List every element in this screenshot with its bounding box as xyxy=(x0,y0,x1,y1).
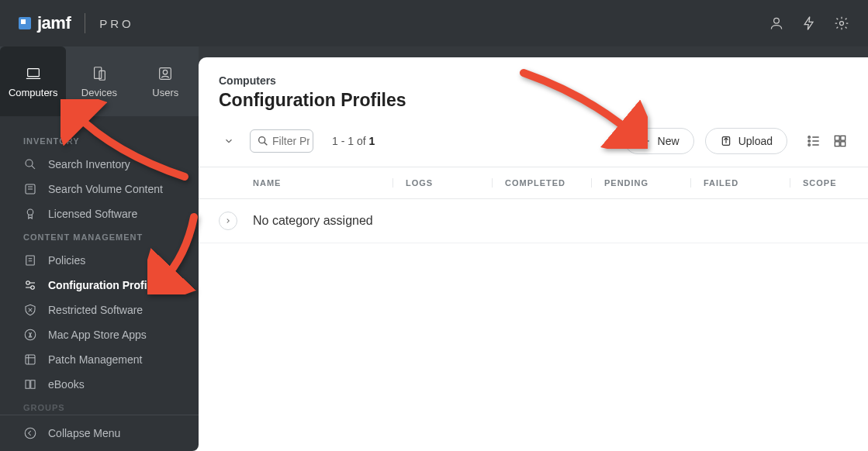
ebook-icon xyxy=(23,377,37,391)
nav-tab-users[interactable]: Users xyxy=(133,46,199,116)
col-pending[interactable]: PENDING xyxy=(591,178,690,188)
devices-icon xyxy=(89,65,109,82)
sidebar-item-ebooks[interactable]: eBooks xyxy=(0,372,199,397)
sidebar-item-label: Restricted Software xyxy=(48,304,143,316)
group-label-groups: GROUPS xyxy=(0,397,199,415)
toolbar: 1 - 1 of 1 New Upload xyxy=(199,120,868,167)
svg-point-0 xyxy=(774,18,780,23)
logo-mark-icon xyxy=(19,17,31,29)
collapse-toggle-button[interactable] xyxy=(219,131,239,151)
breadcrumb: Computers xyxy=(219,74,848,87)
svg-point-1 xyxy=(840,22,844,26)
svg-rect-2 xyxy=(27,68,39,76)
nav-tabs: Computers Devices Users xyxy=(0,46,199,116)
sidebar-item-policies[interactable]: Policies xyxy=(0,248,199,273)
svg-point-20 xyxy=(808,144,811,146)
sidebar-item-label: eBooks xyxy=(48,378,85,391)
range-total: 1 xyxy=(368,135,375,147)
sidebar-item-restricted-software[interactable]: Restricted Software xyxy=(0,298,199,322)
upload-button-label: Upload xyxy=(738,135,773,147)
svg-point-12 xyxy=(31,286,35,290)
brand-edition: PRO xyxy=(99,17,134,30)
appstore-icon xyxy=(23,328,37,342)
nav-tab-label: Computers xyxy=(9,87,58,98)
sidebar-item-label: Policies xyxy=(48,254,85,267)
table-header: NAME LOGS COMPLETED PENDING FAILED SCOPE xyxy=(199,167,868,199)
nav-tab-computers[interactable]: Computers xyxy=(0,46,66,116)
sidebar-item-patch-management[interactable]: Patch Management xyxy=(0,347,199,372)
sidebar-item-search-inventory[interactable]: Search Inventory xyxy=(0,152,199,177)
gear-icon[interactable] xyxy=(834,15,849,31)
svg-point-16 xyxy=(259,137,265,143)
grid-view-icon[interactable] xyxy=(832,133,848,149)
col-completed[interactable]: COMPLETED xyxy=(492,178,591,188)
logo-separator xyxy=(85,13,85,33)
table-row: No category assigned xyxy=(199,199,868,243)
svg-point-18 xyxy=(808,136,811,139)
svg-point-6 xyxy=(164,70,168,74)
lightning-icon[interactable] xyxy=(801,15,817,31)
nav-tab-label: Users xyxy=(152,87,178,98)
brand-name: jamf xyxy=(37,13,71,33)
collapse-menu-button[interactable]: Collapse Menu xyxy=(0,415,199,451)
svg-rect-22 xyxy=(841,136,846,140)
main-area: Computers Configuration Profiles 1 - 1 o… xyxy=(199,46,868,451)
svg-rect-23 xyxy=(835,142,839,146)
patch-icon xyxy=(23,353,37,367)
list-view-icon[interactable] xyxy=(806,133,821,149)
plus-icon xyxy=(639,135,652,147)
collapse-label: Collapse Menu xyxy=(48,427,120,439)
nav-tab-devices[interactable]: Devices xyxy=(66,46,132,116)
sidebar-item-label: Configuration Profiles xyxy=(48,279,162,291)
new-button[interactable]: New xyxy=(624,128,694,154)
row-label: No category assigned xyxy=(253,214,373,228)
col-scope[interactable]: SCOPE xyxy=(790,178,848,188)
search-icon xyxy=(257,135,269,147)
chevron-right-icon xyxy=(224,217,232,225)
svg-rect-21 xyxy=(835,136,839,140)
policy-icon xyxy=(23,253,37,267)
sidebar-item-licensed-software[interactable]: Licensed Software xyxy=(0,201,199,226)
upload-button[interactable]: Upload xyxy=(705,128,787,154)
sidebar-item-mac-app-store[interactable]: Mac App Store Apps xyxy=(0,322,199,347)
collapse-icon xyxy=(23,426,37,440)
upload-icon xyxy=(720,135,732,147)
content-panel: Computers Configuration Profiles 1 - 1 o… xyxy=(199,57,868,451)
sidebar: Computers Devices Users INVENTORY Search… xyxy=(0,46,199,451)
filter-input-wrapper[interactable] xyxy=(250,129,313,153)
users-icon xyxy=(155,65,175,82)
sidebar-item-search-volume[interactable]: Search Volume Content xyxy=(0,177,199,201)
col-logs[interactable]: LOGS xyxy=(393,178,492,188)
top-bar: jamf PRO xyxy=(0,0,868,46)
filter-input[interactable] xyxy=(272,135,310,147)
expand-row-button[interactable] xyxy=(219,212,237,230)
range-text: 1 - 1 of xyxy=(332,135,368,147)
view-toggle xyxy=(806,133,848,149)
page-title: Configuration Profiles xyxy=(219,90,848,111)
chevron-down-icon xyxy=(223,136,234,146)
group-label-inventory: INVENTORY xyxy=(0,130,199,152)
svg-rect-3 xyxy=(95,67,102,78)
sidebar-item-label: Search Inventory xyxy=(48,158,130,170)
svg-point-11 xyxy=(26,281,30,285)
laptop-icon xyxy=(23,65,43,82)
col-name[interactable]: NAME xyxy=(253,178,393,188)
result-count: 1 - 1 of 1 xyxy=(332,135,375,147)
svg-point-9 xyxy=(27,209,33,215)
svg-point-15 xyxy=(25,428,36,439)
sidebar-item-label: Search Volume Content xyxy=(48,183,163,195)
svg-rect-14 xyxy=(26,355,35,364)
logo: jamf PRO xyxy=(19,13,134,33)
svg-point-7 xyxy=(26,160,33,167)
config-icon xyxy=(23,278,37,292)
user-icon[interactable] xyxy=(769,15,784,31)
group-label-content-management: CONTENT MANAGEMENT xyxy=(0,226,199,248)
sidebar-item-configuration-profiles[interactable]: Configuration Profiles xyxy=(0,273,199,298)
svg-rect-10 xyxy=(26,256,35,265)
restricted-icon xyxy=(23,303,37,317)
new-button-label: New xyxy=(658,135,680,147)
sidebar-scroll: INVENTORY Search Inventory Search Volume… xyxy=(0,116,199,415)
search-icon xyxy=(23,157,37,171)
license-icon xyxy=(23,207,37,221)
col-failed[interactable]: FAILED xyxy=(690,178,790,188)
